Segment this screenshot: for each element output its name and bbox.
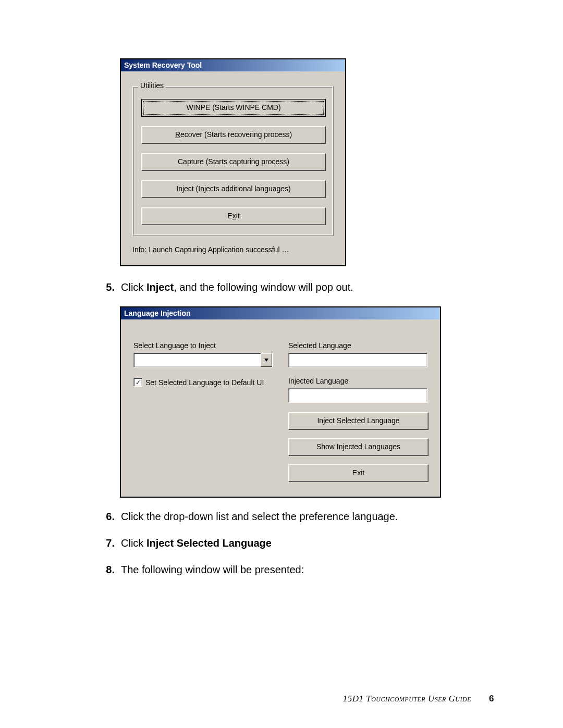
capture-button[interactable]: Capture (Starts capturing process) xyxy=(141,153,326,171)
step-5: 5. Click Inject, and the following windo… xyxy=(101,280,495,295)
info-text: Info: Launch Capturing Application succe… xyxy=(121,242,345,265)
instruction-list: 5. Click Inject, and the following windo… xyxy=(101,280,495,295)
svg-marker-0 xyxy=(264,359,268,362)
selected-language-label: Selected Language xyxy=(288,341,427,350)
show-injected-languages-button[interactable]: Show Injected Languages xyxy=(288,438,429,456)
default-ui-checkbox-row[interactable]: ✓ Set Selected Language to Default UI xyxy=(133,378,273,387)
right-column: Selected Language Injected Language Inje… xyxy=(288,341,427,482)
step-6: 6. Click the drop-down list and select t… xyxy=(101,509,495,524)
window-title: Language Injection xyxy=(121,307,440,319)
selected-language-field[interactable] xyxy=(288,353,427,367)
inject-button[interactable]: Inject (Injects additional languages) xyxy=(141,180,326,198)
instruction-list-cont: 6. Click the drop-down list and select t… xyxy=(101,509,495,577)
step-7: 7. Click Inject Selected Language xyxy=(101,536,495,551)
language-injection-window: Language Injection Select Language to In… xyxy=(120,306,441,498)
window-title: System Recovery Tool xyxy=(121,59,345,71)
page-footer: 15D1 Touchcomputer User Guide6 xyxy=(343,694,494,704)
left-column: Select Language to Inject ✓ Set Selected… xyxy=(133,341,273,482)
winpe-button[interactable]: WINPE (Starts WINPE CMD) xyxy=(141,99,326,117)
lang-exit-button[interactable]: Exit xyxy=(288,464,429,482)
step-8: 8. The following window will be presente… xyxy=(101,562,495,577)
default-ui-checkbox[interactable]: ✓ xyxy=(133,378,142,387)
system-recovery-window: System Recovery Tool Utilities WINPE (St… xyxy=(120,58,346,266)
default-ui-checkbox-label: Set Selected Language to Default UI xyxy=(145,378,264,387)
exit-button[interactable]: Exit xyxy=(141,207,326,225)
dropdown-arrow-icon[interactable] xyxy=(261,353,272,367)
utilities-group: Utilities WINPE (Starts WINPE CMD) Recov… xyxy=(132,86,334,236)
injected-language-label: Injected Language xyxy=(288,377,427,385)
group-label: Utilities xyxy=(138,81,166,90)
recover-button[interactable]: Recover (Starts recovering process) xyxy=(141,126,326,144)
injected-language-field[interactable] xyxy=(288,388,427,403)
select-language-label: Select Language to Inject xyxy=(133,341,273,350)
inject-selected-language-button[interactable]: Inject Selected Language xyxy=(288,412,429,430)
language-dropdown[interactable] xyxy=(133,353,273,367)
